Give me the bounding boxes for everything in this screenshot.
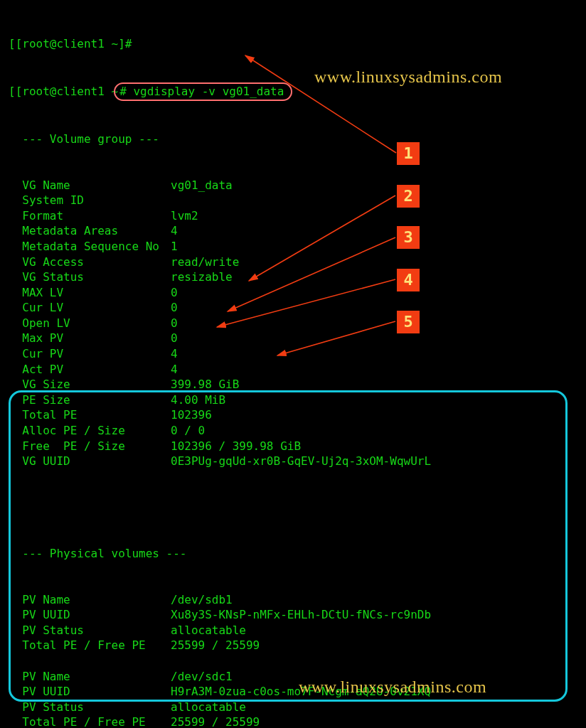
vg-row: Metadata Areas 4 xyxy=(0,223,586,239)
vg-value: 1 xyxy=(171,239,178,255)
vg-row: PE Size 4.00 MiB xyxy=(0,392,586,408)
vg-key: VG Name xyxy=(9,178,171,193)
vg-row: Act PV 4 xyxy=(0,362,586,378)
vg-key: Free PE / Size xyxy=(9,439,171,454)
vg-row: Free PE / Size 102396 / 399.98 GiB xyxy=(0,439,586,454)
vg-row: System ID xyxy=(0,193,586,208)
vg-key: Alloc PE / Size xyxy=(9,423,171,439)
vg-value: 4 xyxy=(171,346,178,362)
prompt-line-2: [[root@client1 ~# vgdisplay -v vg01_data xyxy=(0,82,586,101)
vg-key: Act PV xyxy=(9,362,171,378)
pv-key: PV UUID xyxy=(9,684,171,700)
vg-value: 102396 xyxy=(171,407,212,423)
pv-value: allocatable xyxy=(171,700,246,715)
vg-key: Cur LV xyxy=(9,300,171,316)
pv-value: 25599 / 25599 xyxy=(171,638,260,653)
pv-key: PV UUID xyxy=(9,607,171,623)
vg-value: 399.98 GiB xyxy=(171,377,239,392)
vg-row: MAX LV 0 xyxy=(0,285,586,301)
vg-row: VG Access read/write xyxy=(0,255,586,270)
vg-row: Format lvm2 xyxy=(0,208,586,224)
pv-row: Total PE / Free PE 25599 / 25599 xyxy=(0,638,586,653)
pv-key: PV Name xyxy=(9,592,171,608)
pv-key: Total PE / Free PE xyxy=(9,714,171,728)
vg-value: 4 xyxy=(171,362,178,378)
vg-value: 4 xyxy=(171,223,178,239)
vg-row: Total PE 102396 xyxy=(0,407,586,423)
vg-row: Max PV 0 xyxy=(0,331,586,346)
vg-value: resizable xyxy=(171,269,233,285)
vg-key: MAX LV xyxy=(9,285,171,301)
vg-key: Open LV xyxy=(9,316,171,331)
pv-row: PV Status allocatable xyxy=(0,700,586,715)
pv-row: PV UUID H9rA3M-0zua-c0os-mo7F-Ncgm-aQ2U-… xyxy=(0,684,586,700)
vg-value: 0 xyxy=(171,331,178,346)
vg-row: VG Size 399.98 GiB xyxy=(0,377,586,392)
vg-row: VG UUID 0E3PUg-gqUd-xr0B-GqEV-Uj2q-3xOM-… xyxy=(0,454,586,469)
pv-row: PV Status allocatable xyxy=(0,623,586,638)
pv-row: PV UUID Xu8y3S-KNsP-nMFx-EHLh-DCtU-fNCs-… xyxy=(0,607,586,623)
vg-key: VG Access xyxy=(9,255,171,270)
vg-row: Metadata Sequence No 1 xyxy=(0,239,586,255)
vg-key: VG UUID xyxy=(9,454,171,469)
pv-key: Total PE / Free PE xyxy=(9,638,171,653)
vg-key: Max PV xyxy=(9,331,171,346)
pv-value: Xu8y3S-KNsP-nMFx-EHLh-DCtU-fNCs-rc9nDb xyxy=(171,607,431,623)
vg-value: 0 xyxy=(171,285,178,301)
vg-value: vg01_data xyxy=(171,178,233,193)
pv-key: PV Status xyxy=(9,700,171,715)
pv-row: Total PE / Free PE 25599 / 25599 xyxy=(0,714,586,728)
vg-row: Alloc PE / Size 0 / 0 xyxy=(0,423,586,439)
vg-key: Metadata Sequence No xyxy=(9,239,171,255)
vg-value: 102396 / 399.98 GiB xyxy=(171,439,301,454)
vg-value: 0E3PUg-gqUd-xr0B-GqEV-Uj2q-3xOM-WqwUrL xyxy=(171,454,431,469)
vg-value: read/write xyxy=(171,255,239,270)
pv-key: PV Name xyxy=(9,669,171,685)
vg-row: Cur LV 0 xyxy=(0,300,586,316)
vg-value: lvm2 xyxy=(171,208,198,224)
vg-value: 0 xyxy=(171,300,178,316)
pv-value: H9rA3M-0zua-c0os-mo7F-Ncgm-aQ2U-0v21XQ xyxy=(171,684,431,700)
pv-key: PV Status xyxy=(9,623,171,638)
pv-value: /dev/sdb1 xyxy=(171,592,233,608)
vg-value: 4.00 MiB xyxy=(171,392,225,408)
terminal: [[root@client1 ~]# [[root@client1 ~# vgd… xyxy=(0,0,586,728)
vg-row: VG Status resizable xyxy=(0,269,586,285)
vg-key: VG Status xyxy=(9,269,171,285)
vg-key: System ID xyxy=(9,193,171,208)
vg-value: 0 / 0 xyxy=(171,423,205,439)
command-text: vgdisplay -v vg01_data xyxy=(133,85,284,98)
vg-key: Total PE xyxy=(9,407,171,423)
vg-row: VG Name vg01_data xyxy=(0,178,586,193)
vg-key: VG Size xyxy=(9,377,171,392)
pv-row: PV Name /dev/sdb1 xyxy=(0,592,586,608)
pv-value: allocatable xyxy=(171,623,246,638)
vg-key: Metadata Areas xyxy=(9,223,171,239)
vg-key: PE Size xyxy=(9,392,171,408)
vg-row: Open LV 0 xyxy=(0,316,586,331)
vg-value: 0 xyxy=(171,316,178,331)
vg-key: Format xyxy=(9,208,171,224)
vg-section-header: --- Volume group --- xyxy=(0,132,586,147)
prompt-line-1: [[root@client1 ~]# xyxy=(0,36,586,52)
pv-value: 25599 / 25599 xyxy=(171,714,260,728)
pv-section-header: --- Physical volumes --- xyxy=(0,546,586,562)
pv-value: /dev/sdc1 xyxy=(171,669,233,685)
vg-key: Cur PV xyxy=(9,346,171,362)
pv-row: PV Name /dev/sdc1 xyxy=(0,669,586,685)
vg-row: Cur PV 4 xyxy=(0,346,586,362)
